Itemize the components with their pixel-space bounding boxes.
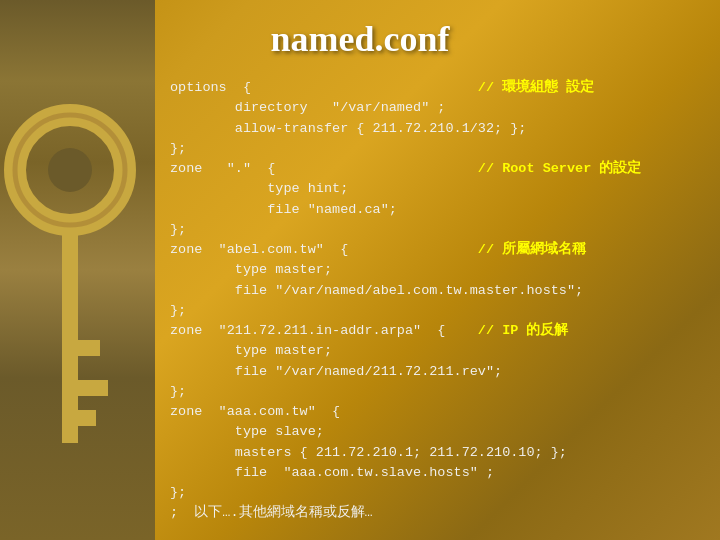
- code-line-l12: };: [170, 301, 700, 321]
- svg-rect-5: [78, 410, 96, 426]
- code-line-l5: zone "." { // Root Server 的設定: [170, 159, 700, 179]
- code-line-l6: type hint;: [170, 179, 700, 199]
- code-line-l7: file "named.ca";: [170, 200, 700, 220]
- code-line-l20: file "aaa.com.tw.slave.hosts" ;: [170, 463, 700, 483]
- code-line-l13: zone "211.72.211.in-addr.arpa" { // IP 的…: [170, 321, 700, 341]
- code-line-l16: };: [170, 382, 700, 402]
- code-line-l3: allow-transfer { 211.72.210.1/32; };: [170, 119, 700, 139]
- slide-container: named.conf options { // 環境組態 設定 director…: [0, 0, 720, 540]
- code-line-l15: file "/var/named/211.72.211.rev";: [170, 362, 700, 382]
- code-lines: options { // 環境組態 設定 directory "/var/nam…: [170, 78, 700, 524]
- code-line-l19: masters { 211.72.210.1; 211.72.210.10; }…: [170, 443, 700, 463]
- code-line-l14: type master;: [170, 341, 700, 361]
- code-line-l17: zone "aaa.com.tw" {: [170, 402, 700, 422]
- code-line-l22: ; 以下….其他網域名稱或反解…: [170, 503, 700, 523]
- svg-point-1: [48, 148, 92, 192]
- svg-rect-2: [62, 223, 78, 443]
- code-line-l10: type master;: [170, 260, 700, 280]
- code-line-l1: options { // 環境組態 設定: [170, 78, 700, 98]
- code-line-l4: };: [170, 139, 700, 159]
- svg-rect-3: [78, 340, 100, 356]
- code-line-l9: zone "abel.com.tw" { // 所屬網域名稱: [170, 240, 700, 260]
- key-decoration: [0, 0, 155, 540]
- code-line-l11: file "/var/named/abel.com.tw.master.host…: [170, 281, 700, 301]
- key-icon: [0, 50, 155, 530]
- code-line-l2: directory "/var/named" ;: [170, 98, 700, 118]
- code-line-l8: };: [170, 220, 700, 240]
- svg-rect-4: [78, 380, 108, 396]
- code-line-l18: type slave;: [170, 422, 700, 442]
- code-line-l21: };: [170, 483, 700, 503]
- code-content: options { // 環境組態 設定 directory "/var/nam…: [155, 70, 720, 532]
